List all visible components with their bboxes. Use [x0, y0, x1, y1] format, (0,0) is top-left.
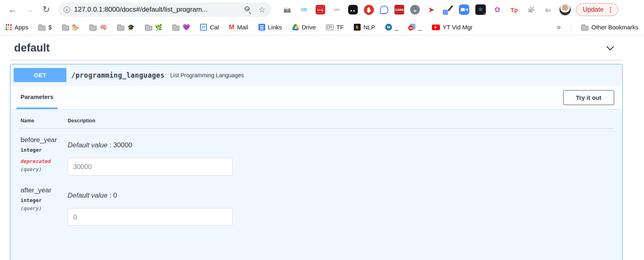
playlist-queue-icon[interactable]: ≡♪ [543, 4, 553, 15]
bookmark-cal34[interactable]: 34 _ [408, 24, 421, 31]
param-description-cell: Default value : 30000 [68, 136, 614, 175]
param-name-cell: before_year integer deprecated (query) [19, 136, 68, 175]
try-it-out-button[interactable]: Try it out [563, 90, 614, 105]
kaggle-icon: k [354, 24, 361, 31]
google-calendar-icon: 27 [200, 24, 207, 31]
bookmark-calendar[interactable]: 27 Cal [200, 24, 219, 31]
bookmark-folder-heart[interactable]: 💜 [172, 24, 190, 31]
update-button[interactable]: Update ⋮ [576, 3, 618, 16]
folder-icon [145, 26, 152, 31]
bookmarks-divider [571, 23, 571, 31]
bookmark-label: 🎓 [127, 24, 135, 31]
section-header-spacer [58, 86, 563, 109]
stop-hand-blocker-icon[interactable]: ✋ [364, 5, 374, 15]
browser-toolbar: ← → ↻ i 127.0.0.1:8000/docs#/default/lis… [0, 0, 644, 19]
parameters-tab-label: Parameters [21, 93, 54, 100]
wayback-machine-icon[interactable]: I/II [299, 4, 310, 15]
extensions-row: 📷 I/II •••| 👓 ●● ✋ ‿ CORS ⌄ ➤ ⚛ ⚠ ✿ Tp 🧩… [282, 4, 553, 15]
opblock-get: GET /programming_languages List Programm… [10, 64, 623, 260]
bookmark-tf[interactable]: TF [326, 24, 344, 31]
bookmark-drive[interactable]: Drive [292, 24, 316, 31]
url-text[interactable]: 127.0.0.1:8000/docs#/default/list_progra… [74, 6, 208, 14]
tp-icon[interactable]: Tp [509, 4, 520, 15]
bookmark-folder-gradcap[interactable]: 🎓 [117, 24, 135, 31]
folder-icon [172, 26, 180, 31]
react-devtools-icon[interactable]: ⚛ ⚠ [475, 4, 486, 15]
before-year-input[interactable] [68, 158, 233, 175]
default-value-number: : 30000 [107, 141, 132, 149]
bookmark-mail[interactable]: M Mail [229, 24, 248, 31]
other-bookmarks-label: Other Bookmarks [591, 24, 638, 31]
bookmark-wordpress[interactable]: W _ [385, 24, 398, 31]
update-label: Update [583, 6, 604, 13]
tab-parameters[interactable]: Parameters [17, 86, 58, 109]
hand-glyph: ✋ [365, 7, 372, 13]
chat-bubble-icon[interactable]: ‿ [380, 6, 388, 14]
bookmark-label: Cal [210, 24, 219, 31]
default-value-line: Default value : 30000 [68, 141, 614, 149]
warning-glyph: ⚠ [483, 12, 486, 16]
opblock-summary[interactable]: GET /programming_languages List Programm… [10, 64, 622, 86]
bookmarks-bar: Apps $ 🐎 🧠 🎓 🌿 💜 27 Cal M Mail Links Dri… [0, 19, 644, 35]
parameters-table: Name Description before_year integer dep… [10, 109, 622, 235]
after-year-input[interactable] [68, 208, 233, 226]
bookmark-yt-vid-mgr[interactable]: YT Vid Mgr [432, 24, 473, 31]
chevron-down-icon[interactable] [606, 44, 615, 53]
section-title: default [14, 42, 50, 54]
profile-avatar[interactable] [559, 4, 571, 16]
bookmark-folder-herb[interactable]: 🌿 [145, 24, 163, 31]
bookmark-folder-horse[interactable]: 🐎 [62, 24, 80, 31]
default-value-label: Default value [68, 192, 107, 199]
glasses-icon[interactable]: 👓 [331, 4, 342, 15]
param-row-after-year: after_year integer (query) Default value… [19, 179, 614, 226]
bookmark-label: 🌿 [155, 24, 163, 31]
default-value-label: Default value [68, 141, 107, 149]
share-arrow-icon[interactable]: ➤ [426, 4, 437, 15]
back-icon[interactable]: ← [6, 3, 19, 17]
bookmark-label: TF [336, 24, 344, 31]
browser-menu-dots-icon[interactable]: ⋮ [608, 6, 614, 13]
bookmark-folder-brain[interactable]: 🧠 [89, 24, 107, 31]
bookmark-links[interactable]: Links [258, 24, 282, 31]
bookmark-nlp[interactable]: k NLP [354, 24, 375, 31]
zoom-level-icon[interactable] [244, 6, 252, 14]
http-method-badge: GET [14, 68, 66, 82]
bookmark-apps[interactable]: Apps [6, 24, 28, 31]
links-list-icon [258, 24, 265, 31]
bookmark-label: 🐎 [72, 24, 80, 31]
bookmark-label: 🧠 [99, 24, 107, 31]
param-row-before-year: before_year integer deprecated (query) D… [19, 129, 614, 175]
extensions-puzzle-icon[interactable]: 🧩 [526, 4, 537, 15]
bookmark-label: _ [418, 24, 421, 31]
calendar-34-icon: 34 [408, 24, 415, 31]
param-name-cell: after_year integer (query) [19, 186, 68, 226]
bookmark-label: Links [268, 24, 282, 31]
dark-reader-icon[interactable]: ●● [348, 5, 358, 14]
youtube-icon [432, 25, 440, 30]
param-deprecated-flag: deprecated [21, 158, 68, 164]
reload-icon[interactable]: ↻ [39, 3, 53, 17]
bookmark-folder-dollar[interactable]: $ [38, 24, 52, 31]
param-location: (query) [21, 205, 68, 211]
screenshot-tool-icon[interactable]: 📷 [282, 4, 293, 15]
google-drive-icon [292, 24, 299, 31]
name-column-header: Name [19, 118, 68, 124]
bookmark-label: $ [48, 24, 52, 31]
zoom-meeting-icon[interactable] [459, 4, 469, 15]
param-type: integer [21, 147, 68, 153]
bookmark-label: NLP [363, 24, 375, 31]
password-manager-icon[interactable]: •••| [316, 5, 325, 14]
address-bar[interactable]: i 127.0.0.1:8000/docs#/default/list_prog… [58, 2, 271, 17]
cors-unblock-icon[interactable]: CORS [394, 5, 404, 14]
color-picker-icon[interactable] [443, 5, 453, 15]
param-name: before_year [21, 136, 68, 144]
bookmarks-overflow-icon[interactable]: » [557, 23, 561, 31]
param-name: after_year [21, 186, 68, 194]
tag-section-header[interactable]: default [10, 35, 623, 60]
flower-icon[interactable]: ✿ [492, 4, 503, 15]
other-bookmarks[interactable]: Other Bookmarks [581, 24, 638, 31]
site-info-icon[interactable]: i [64, 6, 70, 13]
pocket-icon[interactable]: ⌄ [410, 5, 420, 14]
forward-icon[interactable]: → [23, 3, 36, 17]
bookmark-star-icon[interactable]: ☆ [258, 5, 266, 14]
